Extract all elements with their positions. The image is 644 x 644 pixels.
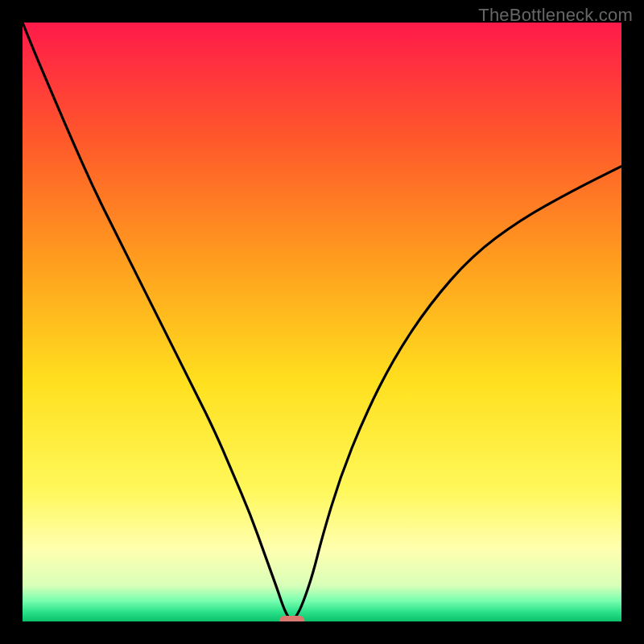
optimal-marker — [279, 616, 304, 621]
chart-background — [23, 23, 621, 621]
watermark-text: TheBottleneck.com — [478, 5, 633, 26]
chart-frame: TheBottleneck.com — [0, 0, 644, 644]
bottleneck-chart — [23, 23, 621, 621]
